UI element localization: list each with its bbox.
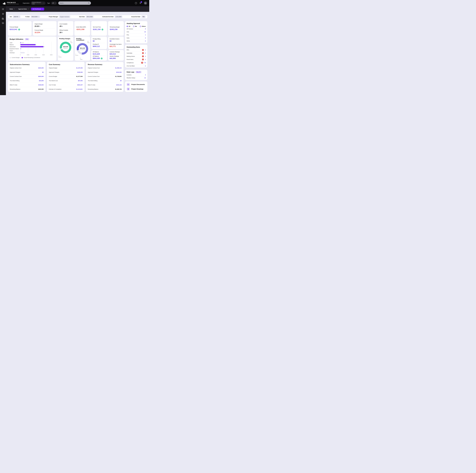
outstanding-row[interactable]: Metting Actions33 bbox=[127, 55, 146, 58]
left-sidebar bbox=[0, 6, 6, 95]
row-value: $180,000 bbox=[77, 71, 83, 73]
row-label: Billed To Date bbox=[10, 84, 17, 86]
estimated-end-date-value-pill[interactable]: 12-31-2024 bbox=[115, 16, 122, 18]
avatar[interactable]: KL bbox=[144, 1, 147, 5]
legend-dot-actual bbox=[22, 57, 23, 58]
stat-label: AP Balance bbox=[93, 56, 105, 57]
chart-title: Budget Utilization bbox=[10, 38, 23, 40]
row-value: 5 bbox=[145, 49, 146, 51]
dashboard-content: Job 2024-05 To Date 05-32-2025 Project M… bbox=[6, 12, 149, 95]
tab-label: Job Dashboard bbox=[32, 8, 41, 10]
alert-badge: 70 bbox=[141, 62, 143, 64]
donut-center-label: Revanue bbox=[64, 48, 68, 49]
radio-all[interactable]: All bbox=[127, 26, 130, 27]
organization-select[interactable]: Parham Mousavi Corp. bbox=[31, 1, 46, 5]
tab-home[interactable]: Home ✕ bbox=[8, 8, 16, 10]
percent-suffix: % bbox=[39, 25, 40, 27]
notification-badge: 1 bbox=[141, 1, 142, 3]
row-label: Current Contract Sum bbox=[88, 76, 100, 77]
summary-row: Current Contract Sum$1,728,863 bbox=[88, 74, 121, 79]
radio-others[interactable]: Others bbox=[140, 26, 146, 27]
donut-label-scos: 1SCOs bbox=[75, 53, 78, 56]
tab-approval-inbox[interactable]: Approval Inbox ✕ bbox=[17, 8, 30, 10]
row-label: Metting Actions bbox=[127, 56, 135, 57]
ar-ap-balance-card: AR Balance $131,625 AP Balance $504,450$ bbox=[91, 50, 107, 61]
actual-end-date-value-pill[interactable]: TBD bbox=[141, 16, 146, 18]
stat-value: $42,850 bbox=[110, 57, 122, 59]
summary-row: Original contract Sum$620,000 bbox=[10, 66, 44, 70]
donut-center-label: Commitment bbox=[80, 49, 85, 50]
row-label: This Month Billing bbox=[88, 80, 97, 81]
brand-tagline: CONSTRUCTION SOFTWARE bbox=[7, 4, 19, 4]
row-label: Remaining Balance bbox=[10, 88, 20, 90]
row-value: $232,550 bbox=[116, 71, 121, 73]
approval-row[interactable]: COs10 bbox=[127, 31, 146, 34]
project-manager-value-pill[interactable]: Bogdan Vachenko bbox=[59, 16, 70, 18]
awaiting-approval-panel: Awaiting Approval All Me Others AP Invoi… bbox=[125, 21, 147, 43]
to-date-select[interactable]: 05-32-2025 bbox=[31, 16, 40, 18]
project-drawings-link[interactable]: Project Drawings bbox=[127, 88, 146, 91]
radio-me[interactable]: Me bbox=[133, 26, 137, 27]
margin-card: Original Margin 20.00% Forecast Margin 1… bbox=[33, 21, 57, 36]
radio-icon bbox=[127, 26, 128, 27]
net-cash-flow-card: Net Cash Flow $181,150$ bbox=[91, 21, 107, 36]
donut-center-value: $184,500 bbox=[63, 46, 68, 47]
start-date-value: 05-01-2024 bbox=[87, 16, 93, 18]
row-value: $181,500 bbox=[38, 88, 44, 90]
kpi-label: Remaining Budget bbox=[110, 26, 122, 28]
summary-row: Original Contract Sum$1,496,313 bbox=[88, 66, 121, 70]
favorites-star-icon[interactable] bbox=[2, 13, 4, 15]
summary-row: Remaining Balance$1,285,738 bbox=[88, 87, 121, 91]
stat-value: $0 bbox=[93, 40, 105, 42]
outstanding-row[interactable]: Submittals55 bbox=[127, 52, 146, 55]
search-input[interactable] bbox=[60, 2, 88, 4]
percent-suffix: % bbox=[61, 25, 63, 27]
outstanding-row[interactable]: RFIs45 bbox=[127, 48, 146, 52]
close-icon[interactable]: ✕ bbox=[28, 8, 29, 10]
alert-badge: 4 bbox=[142, 49, 144, 51]
notifications-button[interactable]: 1 bbox=[139, 2, 141, 4]
approval-row[interactable]: POs1 bbox=[127, 34, 146, 36]
job-select[interactable]: 2024-05 bbox=[13, 16, 20, 18]
daily-log-row[interactable]: Weather Delays12 bbox=[127, 76, 146, 79]
close-icon[interactable]: ✕ bbox=[14, 8, 15, 10]
daily-log-row[interactable]: Incidents4 bbox=[127, 73, 146, 76]
settings-gear-icon[interactable] bbox=[2, 22, 4, 24]
reports-chart-icon[interactable] bbox=[2, 18, 4, 19]
menu-list-icon[interactable] bbox=[2, 8, 4, 10]
organization-value: Parham Mousavi Corp. bbox=[32, 2, 43, 4]
tab-job-dashboard[interactable]: Job Dashboard ✕ bbox=[31, 8, 44, 10]
stat-label: AR Balance bbox=[93, 51, 105, 53]
row-label: COs Not Billed bbox=[127, 65, 135, 67]
radio-icon bbox=[133, 26, 135, 27]
dollar-icon: $ bbox=[101, 58, 102, 59]
outstanding-row[interactable]: Punch Items33 bbox=[127, 58, 146, 61]
donut-label-pcos: 1PCOs bbox=[59, 55, 61, 58]
outstanding-row[interactable]: Compliances7070 bbox=[127, 61, 146, 64]
approval-row[interactable]: AP Invoices9 bbox=[127, 27, 146, 31]
row-value: $0 bbox=[42, 71, 44, 73]
kpi-value: 20.00 bbox=[34, 25, 39, 27]
outstanding-row[interactable]: COs Not Billed0 bbox=[127, 64, 146, 68]
bar-plot-area bbox=[20, 42, 54, 54]
x-axis-ticks: 0 200K 400K 600K 900K bbox=[20, 54, 54, 56]
approval-row[interactable]: Subs2 bbox=[127, 36, 146, 39]
start-date-value-pill[interactable]: 05-01-2024 bbox=[86, 16, 94, 18]
row-value: 0 bbox=[145, 65, 146, 67]
approval-row[interactable]: SCOs0 bbox=[127, 39, 146, 42]
summary-row: Original Budget$1,197,050 bbox=[49, 66, 83, 70]
chart-legend: Current Budget Actual+Remaining Commitme… bbox=[8, 56, 56, 58]
project-documents-link[interactable]: Project Documents bbox=[127, 83, 146, 86]
search-bar[interactable] bbox=[58, 1, 91, 5]
chevron-down-icon bbox=[55, 3, 55, 3]
row-value: $1,197,050 bbox=[76, 67, 83, 69]
actual-end-date-value: TBD bbox=[142, 16, 145, 18]
search-icon[interactable] bbox=[88, 2, 90, 4]
help-icon[interactable]: ? bbox=[135, 2, 137, 4]
estimated-end-date-label: Estimated End Date bbox=[102, 16, 114, 18]
type-select[interactable]: AP bbox=[51, 1, 57, 5]
close-icon[interactable]: ✕ bbox=[42, 8, 43, 10]
bar-row bbox=[20, 52, 54, 54]
summary-row: Current Contract Sum$620,000 bbox=[10, 74, 44, 79]
kpi-value: 45 bbox=[60, 25, 61, 27]
